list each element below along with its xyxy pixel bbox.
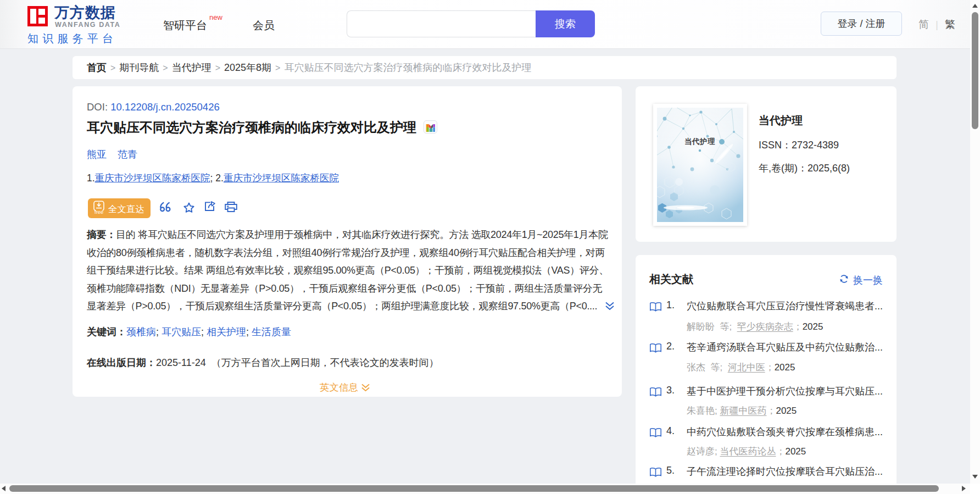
svg-text:free: free bbox=[94, 209, 103, 215]
svg-text:当代护理: 当代护理 bbox=[684, 137, 715, 146]
